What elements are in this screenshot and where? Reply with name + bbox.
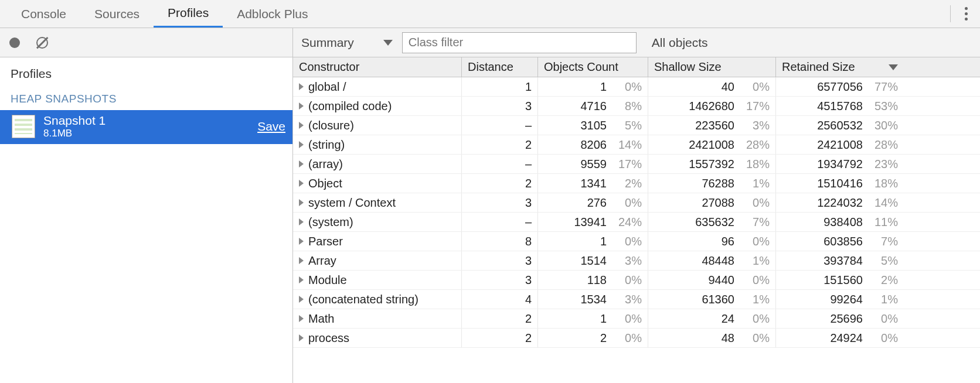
cell-objects-count: 47168%: [538, 97, 648, 115]
constructor-name: Parser: [308, 235, 343, 248]
divider: [950, 5, 951, 22]
cell-shallow-size: 270880%: [648, 193, 776, 212]
constructor-name: Array: [308, 254, 336, 268]
cell-constructor: (array): [293, 155, 462, 173]
col-shallow-size[interactable]: Shallow Size: [648, 57, 776, 77]
table-row[interactable]: Array315143%484481%3937845%: [293, 251, 980, 271]
cell-objects-count: 13412%: [538, 174, 648, 193]
col-retained-size[interactable]: Retained Size: [776, 57, 904, 77]
cell-shallow-size: 242100828%: [648, 135, 776, 154]
tab-adblock-plus[interactable]: Adblock Plus: [223, 0, 322, 28]
cell-retained-size: 193479223%: [776, 155, 904, 173]
view-dropdown[interactable]: Summary: [301, 36, 393, 50]
expand-caret-icon[interactable]: [299, 238, 304, 245]
col-distance[interactable]: Distance: [462, 57, 538, 77]
expand-caret-icon[interactable]: [299, 180, 304, 187]
table-row[interactable]: (string)2820614%242100828%242100828%: [293, 135, 980, 155]
cell-distance: 8: [462, 232, 538, 251]
table-row[interactable]: (array)–955917%155739218%193479223%: [293, 155, 980, 174]
cell-constructor: Math: [293, 309, 462, 328]
cell-distance: 2: [462, 174, 538, 193]
expand-caret-icon[interactable]: [299, 296, 304, 303]
expand-caret-icon[interactable]: [299, 122, 304, 129]
expand-caret-icon[interactable]: [299, 334, 304, 341]
cell-constructor: (string): [293, 135, 462, 154]
constructor-name: (concatenated string): [308, 293, 418, 306]
cell-shallow-size: 155739218%: [648, 155, 776, 173]
constructor-name: system / Context: [308, 196, 396, 210]
cell-shallow-size: 94400%: [648, 271, 776, 289]
cell-objects-count: 955917%: [538, 155, 648, 173]
expand-caret-icon[interactable]: [299, 83, 304, 90]
cell-shallow-size: 762881%: [648, 174, 776, 193]
cell-objects-count: 10%: [538, 232, 648, 251]
snapshot-size: 8.1MB: [43, 128, 106, 139]
record-icon[interactable]: [9, 37, 20, 48]
cell-retained-size: 122403214%: [776, 193, 904, 212]
tab-profiles[interactable]: Profiles: [154, 0, 223, 28]
cell-objects-count: 820614%: [538, 135, 648, 154]
table-row[interactable]: system / Context32760%270880%122403214%: [293, 193, 980, 213]
cell-retained-size: 6038567%: [776, 232, 904, 251]
cell-distance: –: [462, 116, 538, 135]
cell-constructor: (compiled code): [293, 97, 462, 115]
snapshot-item[interactable]: Snapshot 1 8.1MB Save: [0, 110, 292, 144]
cell-retained-size: 249240%: [776, 329, 904, 347]
cell-distance: 2: [462, 329, 538, 347]
cell-constructor: global /: [293, 77, 462, 96]
constructor-name: (compiled code): [308, 100, 392, 113]
table-row[interactable]: (compiled code)347168%146268017%45157685…: [293, 97, 980, 116]
expand-caret-icon[interactable]: [299, 199, 304, 206]
cell-distance: –: [462, 213, 538, 231]
expand-caret-icon[interactable]: [299, 102, 304, 110]
sidebar-subheading: HEAP SNAPSHOTS: [0, 87, 292, 110]
save-snapshot-link[interactable]: Save: [257, 119, 285, 134]
cell-distance: 1: [462, 77, 538, 96]
kebab-menu-icon[interactable]: [959, 7, 973, 20]
table-row[interactable]: Parser810%960%6038567%: [293, 232, 980, 251]
expand-caret-icon[interactable]: [299, 257, 304, 264]
snapshot-text: Snapshot 1 8.1MB: [43, 114, 106, 139]
table-row[interactable]: (concatenated string)415343%613601%99264…: [293, 290, 980, 309]
cell-constructor: Parser: [293, 232, 462, 251]
col-objects-count[interactable]: Objects Count: [538, 57, 648, 77]
scope-dropdown[interactable]: All objects: [646, 36, 708, 50]
cell-constructor: process: [293, 329, 462, 347]
cell-objects-count: 20%: [538, 329, 648, 347]
cell-shallow-size: 480%: [648, 329, 776, 347]
table-header: Constructor Distance Objects Count Shall…: [293, 57, 980, 77]
cell-objects-count: 1180%: [538, 271, 648, 289]
snapshot-title: Snapshot 1: [43, 114, 106, 128]
constructor-name: global /: [308, 80, 346, 94]
table-row[interactable]: global /110%400%657705677%: [293, 77, 980, 97]
cell-constructor: Module: [293, 271, 462, 289]
clear-icon[interactable]: [36, 37, 48, 49]
table-row[interactable]: Object213412%762881%151041618%: [293, 174, 980, 193]
cell-constructor: Object: [293, 174, 462, 193]
expand-caret-icon[interactable]: [299, 141, 304, 148]
tab-sources[interactable]: Sources: [80, 0, 154, 28]
table-row[interactable]: (system)–1394124%6356327%93840811%: [293, 213, 980, 232]
cell-distance: –: [462, 155, 538, 173]
constructor-name: Module: [308, 273, 347, 287]
tab-console[interactable]: Console: [7, 0, 80, 28]
expand-caret-icon[interactable]: [299, 218, 304, 225]
table-row[interactable]: Math210%240%256960%: [293, 309, 980, 329]
table-row[interactable]: process220%480%249240%: [293, 329, 980, 348]
table-row[interactable]: (closure)–31055%2235603%256053230%: [293, 116, 980, 135]
expand-caret-icon[interactable]: [299, 276, 304, 283]
class-filter-input[interactable]: [402, 32, 637, 53]
expand-caret-icon[interactable]: [299, 160, 304, 167]
constructor-name: process: [308, 331, 349, 345]
heap-table: Constructor Distance Objects Count Shall…: [293, 57, 980, 383]
snapshot-icon: [12, 115, 35, 138]
table-row[interactable]: Module31180%94400%1515602%: [293, 271, 980, 290]
main-panel: Summary All objects Constructor Distance…: [293, 28, 980, 383]
tabbar-right: [942, 0, 973, 28]
cell-retained-size: 242100828%: [776, 135, 904, 154]
tab-bar: ConsoleSourcesProfilesAdblock Plus: [0, 0, 980, 28]
cell-shallow-size: 146268017%: [648, 97, 776, 115]
col-constructor[interactable]: Constructor: [293, 57, 462, 77]
cell-distance: 3: [462, 271, 538, 289]
expand-caret-icon[interactable]: [299, 315, 304, 322]
